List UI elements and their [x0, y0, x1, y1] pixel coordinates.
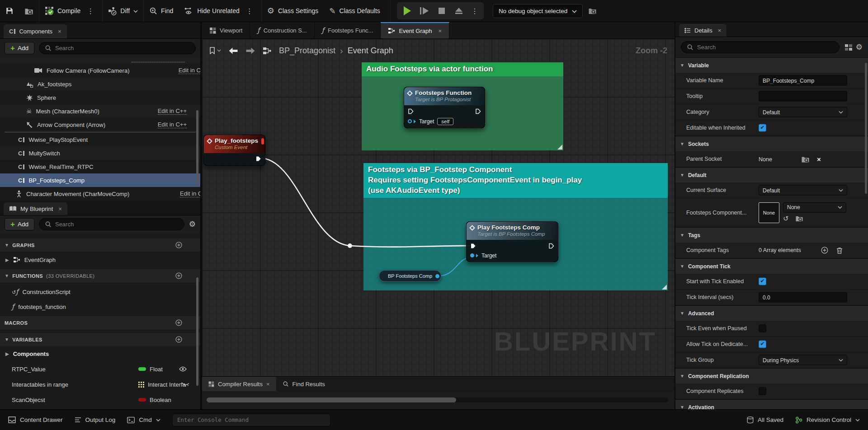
- components-scrollbar[interactable]: [196, 110, 198, 185]
- nav-forward-button[interactable]: [245, 47, 255, 54]
- variables-section-header[interactable]: ▼ VARIABLES: [0, 333, 200, 346]
- node-footsteps-function[interactable]: Footsteps Function Target is BP Protagon…: [404, 87, 485, 128]
- eye-closed-icon[interactable]: [182, 382, 189, 387]
- exec-in-pin[interactable]: [470, 243, 476, 249]
- socket-browse-icon[interactable]: [801, 155, 810, 163]
- my-blueprint-search-input[interactable]: [55, 221, 179, 228]
- asset-thumbnail[interactable]: None: [759, 202, 779, 223]
- cmd-dropdown[interactable]: Cmd: [127, 416, 160, 423]
- section-sockets[interactable]: ▼Sockets: [675, 136, 868, 151]
- tab-footsteps-function[interactable]: ƒ Footsteps Func...: [315, 22, 381, 38]
- tab-details[interactable]: Details ×: [679, 24, 726, 37]
- stop-button[interactable]: [434, 3, 449, 19]
- reroute-node[interactable]: [348, 243, 352, 248]
- section-tags[interactable]: ▼Tags: [675, 227, 868, 243]
- component-row-ak-footsteps[interactable]: Ak_footsteps: [0, 77, 200, 91]
- footsteps-component-dropdown[interactable]: None: [783, 202, 846, 213]
- play-button[interactable]: [400, 3, 415, 19]
- console-command-input[interactable]: [172, 414, 330, 426]
- class-defaults-button[interactable]: ✎ Class Defaults: [324, 0, 386, 22]
- hide-unrelated-kebab-icon[interactable]: ⋮: [243, 7, 256, 15]
- section-advanced[interactable]: ▼Advanced: [675, 305, 868, 321]
- component-row-wwise-rtpc[interactable]: C Wwise_RealTime_RTPC: [0, 160, 200, 173]
- target-pin[interactable]: [408, 119, 412, 123]
- close-icon[interactable]: ×: [718, 27, 722, 34]
- editable-when-inherited-checkbox[interactable]: [759, 124, 766, 132]
- tab-my-blueprint[interactable]: My Blueprint ×: [4, 202, 67, 215]
- add-macro-icon[interactable]: [175, 319, 182, 326]
- caret-right-icon[interactable]: ▶: [5, 257, 9, 262]
- browse-asset-icon[interactable]: [795, 215, 803, 222]
- tab-compiler-results[interactable]: Compiler Results ×: [202, 377, 276, 391]
- use-selected-icon[interactable]: ↺: [783, 215, 789, 223]
- graphs-section-header[interactable]: ▼ GRAPHS: [0, 238, 200, 252]
- all-saved-indicator[interactable]: All Saved: [747, 416, 783, 424]
- event-graph-canvas[interactable]: BP_Protagonist › Event Graph Zoom -2 BLU…: [202, 39, 675, 376]
- display-filters-icon[interactable]: [845, 44, 852, 51]
- node-play-footsteps-comp[interactable]: Play Footsteps Comp Target is BP Footste…: [466, 221, 558, 262]
- content-drawer-button[interactable]: Content Drawer: [8, 416, 63, 423]
- close-icon[interactable]: ×: [58, 28, 61, 35]
- exec-out-pin[interactable]: [475, 108, 481, 114]
- edit-in-cpp-link[interactable]: Edit in C++: [158, 121, 187, 128]
- comment-title[interactable]: Audio Footsteps via actor function: [362, 62, 563, 76]
- add-blueprint-item-button[interactable]: + Add: [5, 218, 34, 230]
- section-component-tick[interactable]: ▼Component Tick: [675, 258, 868, 274]
- class-settings-button[interactable]: ⚙ Class Settings: [262, 0, 324, 22]
- section-activation[interactable]: ▼Activation: [675, 399, 868, 409]
- find-button[interactable]: Find: [144, 0, 179, 22]
- resize-handle[interactable]: [557, 145, 562, 150]
- start-tick-checkbox[interactable]: [759, 278, 766, 285]
- compile-options-kebab-icon[interactable]: ⋮: [84, 7, 97, 15]
- tab-event-graph[interactable]: Event Graph ×: [381, 22, 449, 38]
- footsteps-function-item[interactable]: ƒ footsteps_function: [0, 300, 200, 313]
- variable-row-scanobject[interactable]: ScanObjecst Boolean: [0, 393, 200, 407]
- components-variable-group[interactable]: ▶ Components: [0, 347, 200, 360]
- tab-components[interactable]: C Components ×: [4, 24, 67, 38]
- tick-group-dropdown[interactable]: During Physics: [759, 355, 847, 365]
- details-search[interactable]: [681, 41, 840, 53]
- exec-in-pin[interactable]: [408, 108, 414, 114]
- add-variable-icon[interactable]: [175, 336, 182, 343]
- component-row-arrow[interactable]: Arrow Component (Arrow) Edit in C++: [0, 118, 200, 131]
- nav-back-button[interactable]: [228, 47, 238, 54]
- tick-interval-input[interactable]: [759, 292, 847, 303]
- resize-handle[interactable]: [662, 285, 667, 290]
- tab-viewport[interactable]: Viewport: [202, 22, 250, 38]
- play-options-kebab-icon[interactable]: ⋮: [468, 7, 481, 15]
- variable-out-pin[interactable]: [435, 274, 439, 278]
- tooltip-input[interactable]: [759, 91, 847, 102]
- node-play-footsteps-event[interactable]: Play_footsteps Custom Event: [203, 135, 265, 166]
- macros-section-header[interactable]: MACROS: [0, 316, 200, 329]
- target-self-field[interactable]: self: [437, 118, 453, 125]
- revision-control-button[interactable]: Revision Control: [795, 416, 860, 424]
- components-search[interactable]: [39, 42, 196, 54]
- close-icon[interactable]: ×: [58, 206, 62, 212]
- close-icon[interactable]: ×: [266, 381, 270, 388]
- compile-button[interactable]: Compile ⋮: [39, 0, 102, 22]
- section-default[interactable]: ▼Default: [675, 167, 868, 182]
- hide-unrelated-button[interactable]: Hide Unrelated ⋮: [179, 0, 261, 22]
- component-row-sphere[interactable]: Sphere: [0, 91, 200, 104]
- bookmarks-button[interactable]: [209, 47, 221, 54]
- components-search-input[interactable]: [55, 45, 190, 51]
- tab-construction-script[interactable]: ƒ Construction S...: [250, 22, 314, 38]
- target-pin[interactable]: [470, 253, 474, 257]
- save-button[interactable]: [0, 0, 19, 22]
- frame-skip-button[interactable]: [417, 3, 432, 19]
- breadcrumb-root[interactable]: BP_Protagonist: [279, 46, 335, 56]
- variable-getter-bp-footsteps-comp[interactable]: BP Footsteps Comp: [379, 270, 441, 282]
- clear-socket-icon[interactable]: ×: [817, 155, 821, 163]
- exec-out-pin[interactable]: [548, 243, 554, 249]
- caret-right-icon[interactable]: ▶: [5, 351, 9, 356]
- variable-row-rtpc[interactable]: RTPC_Value Float: [0, 362, 200, 376]
- close-icon[interactable]: ×: [438, 28, 442, 34]
- exec-out-pin[interactable]: [255, 156, 261, 162]
- section-variable[interactable]: ▼Variable: [675, 57, 868, 73]
- debug-object-dropdown[interactable]: No debug object selected: [493, 4, 583, 18]
- tick-paused-checkbox[interactable]: [759, 325, 766, 332]
- add-graph-icon[interactable]: [175, 242, 182, 248]
- edit-in-cpp-link[interactable]: Edit in C++: [158, 108, 187, 115]
- functions-section-header[interactable]: ▼ FUNCTIONS (33 OVERRIDABLE): [0, 269, 200, 282]
- add-component-button[interactable]: + Add: [5, 42, 34, 54]
